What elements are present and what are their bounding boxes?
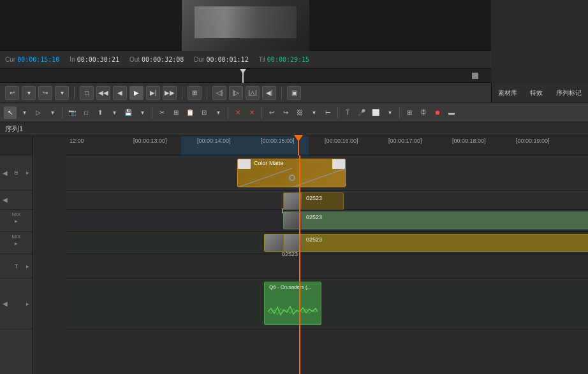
- scrubber-end: [472, 73, 478, 79]
- export-btn[interactable]: ⬆: [94, 106, 107, 119]
- track-text: [66, 254, 588, 278]
- text-expand[interactable]: ▸: [26, 263, 29, 270]
- save-btn[interactable]: 💾: [122, 106, 135, 119]
- save-drop[interactable]: ▾: [136, 106, 149, 119]
- redo-btn[interactable]: ↪: [279, 106, 292, 119]
- svg-line-0: [238, 168, 292, 187]
- snap-btn[interactable]: ⊞: [187, 86, 202, 100]
- v2-expand[interactable]: ▸: [26, 169, 29, 176]
- ripple-btn[interactable]: ⊢: [321, 106, 334, 119]
- link-btn[interactable]: ⛓: [293, 106, 306, 119]
- fit-drop[interactable]: ▾: [212, 106, 224, 119]
- grid-btn[interactable]: ⊞: [403, 106, 416, 119]
- playhead-ruler: [298, 136, 299, 155]
- seq-markers-btn[interactable]: 序列标记: [554, 87, 584, 99]
- out-mark-btn[interactable]: |▷: [229, 86, 243, 100]
- assets-btn[interactable]: 素材库: [496, 87, 520, 99]
- step-back-btn[interactable]: ◀: [113, 86, 127, 100]
- divider1: [74, 87, 75, 99]
- tool-div5: [337, 107, 338, 119]
- v1-arrow[interactable]: ◀: [3, 196, 8, 203]
- in-value[interactable]: 00:00:30:21: [77, 56, 119, 63]
- razor-x2[interactable]: ✕: [246, 106, 258, 119]
- selection-drop[interactable]: ▾: [18, 106, 31, 119]
- copy-btn[interactable]: ⊞: [170, 106, 182, 119]
- play-btn[interactable]: ▶: [129, 86, 143, 100]
- a2-expand[interactable]: ▸: [15, 240, 18, 247]
- more-btn[interactable]: ▬: [445, 106, 458, 119]
- audio3-clip-label: Q6 - Crusaders (...: [267, 284, 313, 291]
- tool-div1: [62, 107, 62, 119]
- clip-handle-left: [238, 159, 251, 169]
- ruler-spacer: [0, 136, 33, 155]
- mic-btn[interactable]: 🎤: [355, 106, 368, 119]
- scrubber-bar[interactable]: [0, 69, 491, 83]
- a2-video-clip[interactable]: 02523: [264, 234, 588, 252]
- timeline-ruler: 12:00 [00:00:13:00] [00:00:14:00] [00:00…: [66, 136, 588, 155]
- track-v1: 02523: [66, 191, 588, 210]
- between-marks-btn[interactable]: |△|: [246, 86, 260, 100]
- ruler-mark-2: [00:00:14:00]: [197, 138, 231, 144]
- a2-audio-label: 02523: [282, 251, 298, 257]
- clip-thumb-v1: [284, 193, 302, 210]
- hook-btn[interactable]: ↩: [5, 86, 19, 100]
- monitor-btn[interactable]: ⬜: [369, 106, 382, 119]
- step-fwd-btn[interactable]: ▶|: [146, 86, 160, 100]
- lift-btn[interactable]: ↪: [38, 86, 52, 100]
- timecode-til: Til 00:00:29:15: [259, 56, 309, 63]
- tool-div4: [261, 107, 262, 119]
- mixer-btn[interactable]: 🎛: [417, 106, 430, 119]
- timecode-out: Out 00:00:32:08: [129, 56, 184, 63]
- track-label-a2: MIX ▸: [0, 232, 33, 254]
- hook-drop-btn[interactable]: ▾: [22, 86, 36, 100]
- ffwd-btn[interactable]: ▶▶: [163, 86, 177, 100]
- cam-btn[interactable]: ▣: [287, 86, 301, 100]
- scrubber-handle[interactable]: [242, 69, 244, 83]
- til-label: Til: [259, 56, 265, 63]
- ruler-mark-0: 12:00: [70, 138, 84, 144]
- playhead-triangle: [294, 135, 303, 141]
- a1-clip-02523[interactable]: 02523: [283, 212, 588, 229]
- out-label: Out: [129, 56, 140, 63]
- razor-x[interactable]: ✕: [232, 106, 244, 119]
- a1-expand[interactable]: ▸: [15, 218, 18, 224]
- export-drop[interactable]: ▾: [108, 106, 121, 119]
- stop-btn[interactable]: □: [80, 86, 94, 100]
- text-btn[interactable]: T: [341, 106, 354, 119]
- out-value[interactable]: 00:00:32:08: [142, 56, 184, 63]
- v1-clip-02523[interactable]: 02523: [283, 192, 344, 210]
- track-select-tool[interactable]: ▷: [32, 106, 45, 119]
- effects-btn[interactable]: 特效: [527, 87, 545, 99]
- lift-drop-btn[interactable]: ▾: [55, 86, 69, 100]
- audio3-arrow[interactable]: ◀: [3, 300, 8, 307]
- cut-tool[interactable]: ✂: [156, 106, 168, 119]
- audio3-clip[interactable]: Q6 - Crusaders (...: [264, 282, 321, 325]
- timeline-content: 12:00 [00:00:13:00] [00:00:14:00] [00:00…: [33, 136, 588, 374]
- track-select-drop[interactable]: ▾: [46, 106, 59, 119]
- rewind-btn[interactable]: ◀◀: [96, 86, 110, 100]
- track-label-text: T ▸: [0, 254, 33, 278]
- dur-value[interactable]: 00:00:01:12: [206, 56, 248, 63]
- ruler-mark-1: [00:00:13:00]: [133, 138, 167, 144]
- a1-clip-label: 02523: [304, 213, 324, 221]
- link-drop[interactable]: ▾: [307, 106, 320, 119]
- cur-value[interactable]: 00:00:15:10: [17, 56, 59, 63]
- in-mark-btn[interactable]: ◁|: [212, 86, 226, 100]
- waveform-svg: [268, 302, 318, 321]
- clip-btn[interactable]: □: [80, 106, 92, 119]
- color-matte-clip[interactable]: Color Matte: [237, 159, 346, 187]
- selection-tool[interactable]: ↖: [4, 106, 17, 119]
- record-btn[interactable]: ⏺: [431, 106, 444, 119]
- svg-point-2: [290, 175, 295, 180]
- goto-in-btn[interactable]: ◀|: [262, 86, 276, 100]
- fit-btn[interactable]: ⊡: [198, 106, 210, 119]
- monitor-drop[interactable]: ▾: [383, 106, 396, 119]
- audio3-expand[interactable]: ▸: [26, 301, 29, 307]
- camera-btn[interactable]: 📷: [66, 106, 78, 119]
- clip-handle-right: [332, 159, 345, 169]
- paste-btn[interactable]: 📋: [184, 106, 196, 119]
- v2-arrow[interactable]: ◀: [3, 169, 8, 176]
- til-value[interactable]: 00:00:29:15: [267, 56, 309, 63]
- divider2: [182, 87, 182, 99]
- undo-btn[interactable]: ↩: [265, 106, 278, 119]
